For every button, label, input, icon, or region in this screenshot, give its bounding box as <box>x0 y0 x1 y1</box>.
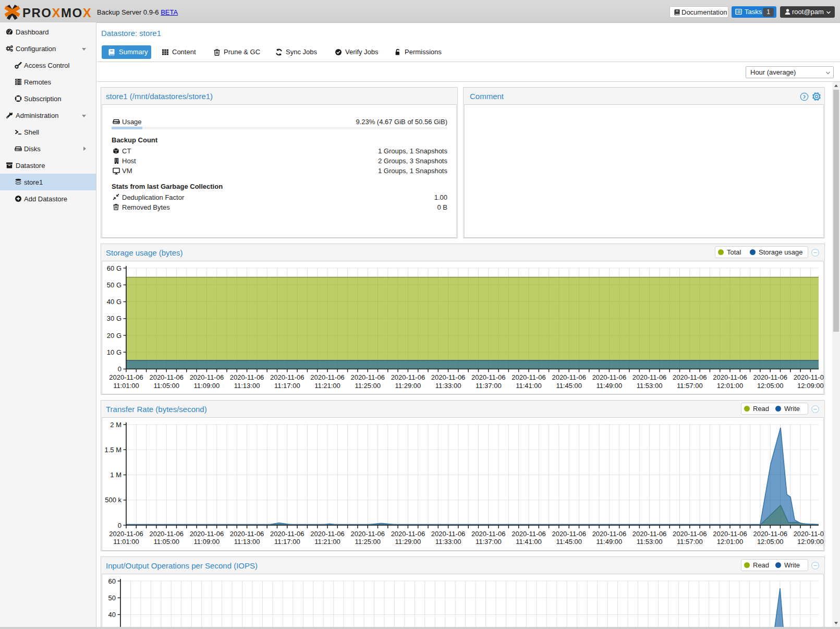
svg-text:2020-11-06: 2020-11-06 <box>190 373 224 381</box>
svg-text:2020-11-06: 2020-11-06 <box>512 373 546 381</box>
svg-text:2020-11-06: 2020-11-06 <box>431 373 466 381</box>
svg-text:2020-11-06: 2020-11-06 <box>713 530 747 538</box>
svg-text:12:05:00: 12:05:00 <box>757 382 784 390</box>
svg-text:PROXMOX: PROXMOX <box>22 6 92 20</box>
svg-text:2020-11-06: 2020-11-06 <box>350 530 385 538</box>
svg-text:2020-11-06: 2020-11-06 <box>673 373 707 381</box>
svg-text:11:33:00: 11:33:00 <box>435 538 461 546</box>
svg-text:40: 40 <box>108 611 116 619</box>
svg-text:2020-11-06: 2020-11-06 <box>230 373 264 381</box>
svg-text:2020-11-06: 2020-11-06 <box>471 373 506 381</box>
svg-text:2020-11-06: 2020-11-06 <box>794 373 824 381</box>
svg-text:500 k: 500 k <box>105 496 121 504</box>
svg-text:2020-11-06: 2020-11-06 <box>350 373 385 381</box>
svg-text:2020-11-06: 2020-11-06 <box>149 373 184 381</box>
svg-text:30 G: 30 G <box>107 314 121 322</box>
svg-text:12:01:00: 12:01:00 <box>717 538 744 546</box>
svg-text:2020-11-06: 2020-11-06 <box>552 530 586 538</box>
svg-text:2020-11-06: 2020-11-06 <box>512 530 546 538</box>
svg-text:50: 50 <box>108 594 116 602</box>
svg-text:11:53:00: 11:53:00 <box>637 538 663 546</box>
svg-text:11:37:00: 11:37:00 <box>476 538 502 546</box>
svg-text:2020-11-06: 2020-11-06 <box>471 530 506 538</box>
svg-text:12:09:00: 12:09:00 <box>797 382 824 390</box>
svg-text:11:45:00: 11:45:00 <box>556 538 582 546</box>
svg-text:11:05:00: 11:05:00 <box>153 538 179 546</box>
svg-text:11:41:00: 11:41:00 <box>516 382 542 390</box>
svg-text:11:33:00: 11:33:00 <box>435 382 461 390</box>
svg-text:1 M: 1 M <box>110 471 121 479</box>
svg-text:40 G: 40 G <box>107 298 121 306</box>
svg-text:2020-11-06: 2020-11-06 <box>592 373 627 381</box>
svg-text:11:01:00: 11:01:00 <box>113 538 139 546</box>
svg-text:11:09:00: 11:09:00 <box>194 382 220 390</box>
svg-text:11:53:00: 11:53:00 <box>637 382 663 390</box>
svg-text:2020-11-06: 2020-11-06 <box>270 373 305 381</box>
svg-text:2020-11-06: 2020-11-06 <box>270 530 305 538</box>
svg-text:2020-11-06: 2020-11-06 <box>713 373 747 381</box>
svg-text:11:05:00: 11:05:00 <box>153 382 179 390</box>
svg-text:11:21:00: 11:21:00 <box>314 538 340 546</box>
svg-text:12:05:00: 12:05:00 <box>757 538 784 546</box>
svg-text:2020-11-06: 2020-11-06 <box>109 373 143 381</box>
svg-text:2020-11-06: 2020-11-06 <box>190 530 224 538</box>
svg-text:60 G: 60 G <box>107 264 121 272</box>
svg-text:11:17:00: 11:17:00 <box>274 382 300 390</box>
svg-text:2020-11-06: 2020-11-06 <box>632 373 667 381</box>
svg-text:11:49:00: 11:49:00 <box>596 382 623 390</box>
svg-text:2020-11-06: 2020-11-06 <box>753 373 787 381</box>
svg-text:60: 60 <box>108 577 116 585</box>
svg-text:11:01:00: 11:01:00 <box>113 382 139 390</box>
svg-text:2020-11-06: 2020-11-06 <box>391 373 425 381</box>
svg-text:11:29:00: 11:29:00 <box>395 382 421 390</box>
svg-text:11:09:00: 11:09:00 <box>194 538 220 546</box>
svg-text:11:13:00: 11:13:00 <box>234 382 260 390</box>
svg-text:1.5 M: 1.5 M <box>104 446 121 454</box>
svg-text:0: 0 <box>118 522 121 529</box>
svg-text:2020-11-06: 2020-11-06 <box>753 530 787 538</box>
svg-text:2020-11-06: 2020-11-06 <box>552 373 586 381</box>
svg-text:2020-11-06: 2020-11-06 <box>391 530 425 538</box>
svg-text:2020-11-06: 2020-11-06 <box>794 530 824 538</box>
svg-text:2020-11-06: 2020-11-06 <box>230 530 264 538</box>
svg-text:11:49:00: 11:49:00 <box>596 538 623 546</box>
svg-text:2020-11-06: 2020-11-06 <box>592 530 627 538</box>
svg-text:11:41:00: 11:41:00 <box>516 538 542 546</box>
svg-text:11:57:00: 11:57:00 <box>677 538 703 546</box>
svg-text:2020-11-06: 2020-11-06 <box>431 530 466 538</box>
svg-text:20 G: 20 G <box>107 332 121 340</box>
svg-text:11:21:00: 11:21:00 <box>314 382 340 390</box>
svg-text:12:09:00: 12:09:00 <box>797 538 824 546</box>
svg-text:11:37:00: 11:37:00 <box>476 382 502 390</box>
svg-text:10 G: 10 G <box>107 348 121 356</box>
svg-text:2 M: 2 M <box>110 421 121 429</box>
svg-text:2020-11-06: 2020-11-06 <box>109 530 143 538</box>
svg-text:2020-11-06: 2020-11-06 <box>310 530 345 538</box>
svg-text:2020-11-06: 2020-11-06 <box>149 530 184 538</box>
svg-text:11:25:00: 11:25:00 <box>355 538 381 546</box>
svg-text:2020-11-06: 2020-11-06 <box>632 530 667 538</box>
svg-text:11:57:00: 11:57:00 <box>677 382 703 390</box>
svg-text:11:17:00: 11:17:00 <box>274 538 300 546</box>
svg-text:2020-11-06: 2020-11-06 <box>310 373 345 381</box>
svg-text:50 G: 50 G <box>107 281 121 289</box>
svg-text:12:01:00: 12:01:00 <box>717 382 744 390</box>
svg-text:11:45:00: 11:45:00 <box>556 382 582 390</box>
svg-text:11:25:00: 11:25:00 <box>355 382 381 390</box>
svg-text:2020-11-06: 2020-11-06 <box>673 530 707 538</box>
svg-text:11:13:00: 11:13:00 <box>234 538 260 546</box>
svg-text:0: 0 <box>118 365 121 373</box>
svg-text:11:29:00: 11:29:00 <box>395 538 421 546</box>
